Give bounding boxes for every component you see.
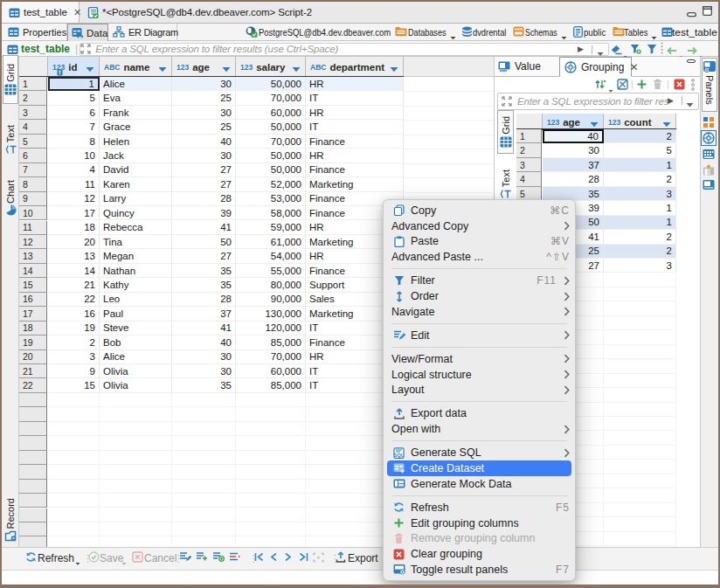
svg-text:SQL: SQL [394, 452, 405, 457]
